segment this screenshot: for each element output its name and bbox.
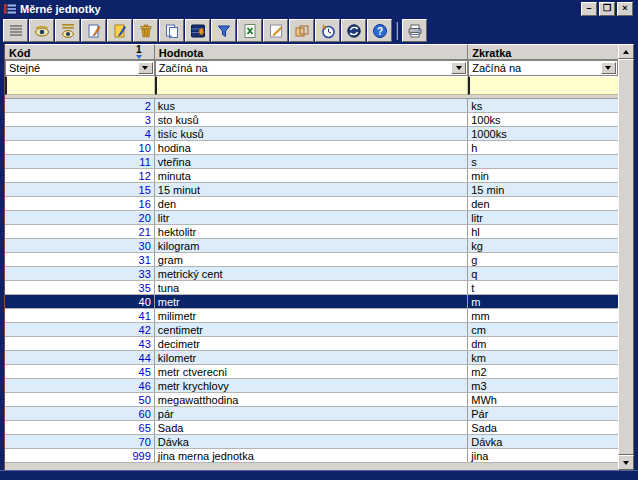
column-header-zkratka[interactable]: Zkratka (468, 44, 618, 60)
cell-abbr: t (468, 281, 618, 294)
filter-operator-zkratka[interactable]: Začíná na (468, 60, 618, 76)
view-grid-button[interactable] (55, 19, 80, 42)
table-row[interactable]: 21 hektolitr hl (5, 225, 618, 239)
table-row[interactable]: 70 Dávka Dávka (5, 435, 618, 449)
window-border-highlight (0, 470, 638, 471)
cell-code: 15 (5, 183, 155, 196)
filter-input-hodnota[interactable] (155, 76, 468, 95)
filter-operator-kod[interactable]: Stejné (5, 60, 155, 76)
scrollbar-thumb[interactable] (618, 59, 634, 455)
minimize-button[interactable]: – (581, 2, 597, 16)
column-header-kod[interactable]: Kód 1 (5, 44, 155, 60)
maximize-button[interactable]: ❒ (599, 2, 615, 16)
notes-icon (268, 23, 284, 39)
grid-empty-area (5, 463, 618, 470)
window-icon[interactable] (4, 3, 16, 15)
notes-button[interactable] (263, 19, 288, 42)
cell-code: 16 (5, 197, 155, 210)
cell-value: metr ctverecni (155, 365, 468, 378)
cell-abbr: kg (468, 239, 618, 252)
refresh-button[interactable] (341, 19, 366, 42)
filter-icon (216, 23, 232, 39)
table-row[interactable]: 40 metr m (5, 295, 618, 309)
filter-input-kod[interactable] (5, 76, 155, 95)
cell-value: 15 minut (155, 183, 468, 196)
table-row[interactable]: 2 kus ks (5, 99, 618, 113)
table-row[interactable]: 60 pár Pár (5, 407, 618, 421)
dropdown-button[interactable] (451, 62, 466, 74)
dropdown-button[interactable] (138, 62, 153, 74)
close-button[interactable]: × (617, 2, 633, 16)
cell-value: kilometr (155, 351, 468, 364)
cell-abbr: hl (468, 225, 618, 238)
cell-code: 42 (5, 323, 155, 336)
table-row[interactable]: 46 metr krychlovy m3 (5, 379, 618, 393)
cell-abbr: km (468, 351, 618, 364)
help-button[interactable]: ? (367, 19, 392, 42)
cell-value: decimetr (155, 337, 468, 350)
rows-button[interactable] (3, 19, 28, 42)
cell-value: pár (155, 407, 468, 420)
table-row[interactable]: 30 kilogram kg (5, 239, 618, 253)
dropdown-button[interactable] (601, 62, 616, 74)
edit-record-button[interactable] (107, 19, 132, 42)
title-bar[interactable]: Měrné jednotky – ❒ × (0, 0, 638, 17)
new-record-button[interactable] (81, 19, 106, 42)
table-row[interactable]: 43 decimetr dm (5, 337, 618, 351)
table-row[interactable]: 12 minuta min (5, 169, 618, 183)
sort-asc-icon (136, 55, 142, 59)
units-grid: Kód 1 Hodnota Zkratka Stejné Začíná na (4, 44, 618, 470)
eye-icon (34, 23, 50, 39)
filter-operator-hodnota[interactable]: Začíná na (155, 60, 468, 76)
copy-record-button[interactable] (159, 19, 184, 42)
delete-record-button[interactable] (133, 19, 158, 42)
scroll-up-button[interactable] (618, 44, 634, 59)
print-button[interactable] (402, 19, 427, 42)
excel-export-button[interactable] (237, 19, 262, 42)
table-row[interactable]: 3 sto kusů 100ks (5, 113, 618, 127)
cell-value: kilogram (155, 239, 468, 252)
table-row[interactable]: 10 hodina h (5, 141, 618, 155)
cell-code: 46 (5, 379, 155, 392)
table-row[interactable]: 45 metr ctverecni m2 (5, 365, 618, 379)
filter-operator-row: Stejné Začíná na Začíná na (5, 60, 618, 76)
table-row[interactable]: 50 megawatthodina MWh (5, 393, 618, 407)
cell-code: 30 (5, 239, 155, 252)
table-row[interactable]: 44 kilometr km (5, 351, 618, 365)
cell-abbr: Pár (468, 407, 618, 420)
filter-input-zkratka[interactable] (468, 76, 618, 95)
scroll-down-button[interactable] (618, 455, 634, 470)
cell-value: gram (155, 253, 468, 266)
table-row[interactable]: 65 Sada Sada (5, 421, 618, 435)
cell-value: den (155, 197, 468, 210)
table-row[interactable]: 33 metrický cent q (5, 267, 618, 281)
vertical-scrollbar[interactable] (618, 44, 634, 470)
table-row[interactable]: 4 tisíc kusů 1000ks (5, 127, 618, 141)
related-data-button[interactable] (185, 19, 210, 42)
column-header-hodnota[interactable]: Hodnota (155, 44, 468, 60)
refresh-icon (346, 23, 362, 39)
window: Měrné jednotky – ❒ × (0, 0, 638, 480)
history-button[interactable] (315, 19, 340, 42)
help-icon: ? (372, 23, 388, 39)
table-row[interactable]: 11 vteřina s (5, 155, 618, 169)
cell-code: 50 (5, 393, 155, 406)
table-row[interactable]: 16 den den (5, 197, 618, 211)
cell-code: 65 (5, 421, 155, 434)
table-row[interactable]: 35 tuna t (5, 281, 618, 295)
link-button[interactable] (289, 19, 314, 42)
cell-value: litr (155, 211, 468, 224)
table-row[interactable]: 999 jina merna jednotka jina (5, 449, 618, 463)
cell-abbr: s (468, 155, 618, 168)
cell-code: 60 (5, 407, 155, 420)
table-row[interactable]: 31 gram g (5, 253, 618, 267)
table-row[interactable]: 15 15 minut 15 min (5, 183, 618, 197)
table-row[interactable]: 41 milimetr mm (5, 309, 618, 323)
cell-code: 11 (5, 155, 155, 168)
cell-abbr: m2 (468, 365, 618, 378)
table-row[interactable]: 20 litr litr (5, 211, 618, 225)
view-button[interactable] (29, 19, 54, 42)
cell-code: 35 (5, 281, 155, 294)
filter-button[interactable] (211, 19, 236, 42)
table-row[interactable]: 42 centimetr cm (5, 323, 618, 337)
